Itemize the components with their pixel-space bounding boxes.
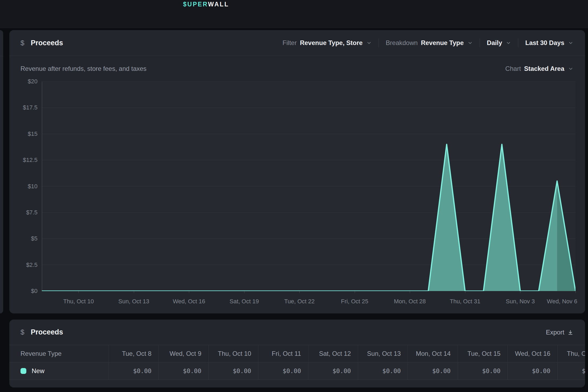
proceeds-table: Revenue TypeTue, Oct 8Wed, Oct 9Thu, Oct…: [9, 345, 585, 380]
chevron-down-icon: [506, 40, 511, 46]
x-axis-label: Sun, Oct 13: [118, 298, 149, 305]
chart-card-header: $ Proceeds Filter Revenue Type, Store Br…: [9, 30, 585, 56]
chart-canvas: [42, 81, 575, 291]
table-cell-value: $0.00: [557, 362, 585, 379]
page-title: Proceeds: [31, 39, 63, 47]
divider: [379, 38, 379, 47]
table-cell-value: $0.00: [308, 362, 358, 379]
breakdown-dropdown[interactable]: Breakdown Revenue Type: [386, 39, 473, 47]
x-axis-tick: [78, 291, 79, 293]
x-axis-label: Sat, Oct 19: [230, 298, 259, 305]
table-header-cell: Wed, Oct 16: [507, 345, 557, 362]
x-axis-tick: [244, 291, 245, 293]
chevron-down-icon: [568, 40, 573, 46]
table-cell-value: $0.00: [208, 362, 258, 379]
export-label: Export: [546, 329, 564, 336]
filter-dropdown[interactable]: Filter Revenue Type, Store: [283, 39, 372, 47]
breakdown-label: Breakdown: [386, 39, 418, 47]
table-header-cell: Sun, Oct 13: [358, 345, 408, 362]
y-axis-label: $5: [9, 235, 38, 242]
chart-type-value: Stacked Area: [524, 65, 564, 72]
table-cell-value: $0.00: [109, 362, 158, 379]
x-axis-tick: [520, 291, 520, 293]
y-axis-label: $2.5: [9, 262, 38, 268]
table-header-cell: Revenue Type: [9, 345, 109, 362]
superwall-logo[interactable]: $UPERWALL: [183, 1, 229, 8]
x-axis-label: Mon, Oct 28: [394, 298, 426, 305]
table-header-row: Revenue TypeTue, Oct 8Wed, Oct 9Thu, Oct…: [9, 345, 585, 362]
date-range-dropdown[interactable]: Last 30 Days: [525, 39, 573, 47]
table-header-cell: Mon, Oct 14: [408, 345, 457, 362]
table-cell-value: $0.00: [258, 362, 308, 379]
dollar-icon: $: [20, 328, 24, 336]
logo-teal-part: $UPER: [183, 1, 208, 8]
chevron-down-icon: [568, 66, 573, 71]
proceeds-chart-card: $ Proceeds Filter Revenue Type, Store Br…: [9, 30, 585, 313]
table-header-cell: Tue, Oct 15: [458, 345, 507, 362]
x-axis-tick: [465, 291, 465, 293]
x-axis-label: Thu, Oct 10: [63, 298, 94, 305]
y-axis-label: $7.5: [9, 209, 38, 216]
table-header-cell: Sat, Oct 12: [308, 345, 358, 362]
table-cell-value: $0.00: [408, 362, 457, 379]
download-icon: [568, 329, 573, 335]
top-bar: $UPERWALL: [0, 0, 588, 28]
filter-value: Revenue Type, Store: [300, 39, 363, 47]
table-card-title: $ Proceeds: [20, 328, 63, 336]
chevron-down-icon: [366, 40, 372, 46]
table-cell-value: $0.00: [458, 362, 507, 379]
chevron-down-icon: [467, 40, 473, 46]
table-header-cell: Tue, Oct 8: [109, 345, 158, 362]
x-axis-label: Wed, Nov 6: [547, 298, 577, 305]
revenue-type-label: New: [32, 367, 44, 375]
logo-white-part: WALL: [208, 1, 229, 8]
x-axis-label: Fri, Oct 25: [341, 298, 368, 305]
x-axis-label: Tue, Oct 22: [284, 298, 314, 305]
chart-subheader: Revenue after refunds, store fees, and t…: [9, 56, 585, 81]
y-axis-label: $10: [9, 183, 38, 190]
chart-controls: Filter Revenue Type, Store Breakdown Rev…: [283, 38, 573, 47]
breakdown-value: Revenue Type: [421, 39, 464, 47]
table-cell-value: $0.00: [507, 362, 557, 379]
x-axis-label: Thu, Oct 31: [450, 298, 480, 305]
x-axis-tick: [189, 291, 189, 293]
table-card-header: $ Proceeds Export: [9, 320, 585, 345]
divider: [480, 38, 480, 47]
x-axis-tick: [299, 291, 300, 293]
table-cell-value: $0.00: [358, 362, 408, 379]
y-axis-label: $20: [9, 78, 38, 85]
chart-type-label: Chart: [505, 65, 521, 72]
chart-type-dropdown[interactable]: Chart Stacked Area: [505, 65, 573, 72]
y-axis-label: $12.5: [9, 157, 38, 164]
date-range-value: Last 30 Days: [525, 39, 564, 47]
dollar-icon: $: [20, 39, 24, 47]
table-header-cell: Thu, Oct 17: [557, 345, 585, 362]
x-axis-tick: [575, 291, 576, 293]
table-header-cell: Wed, Oct 9: [158, 345, 208, 362]
divider: [518, 38, 518, 47]
y-axis-label: $0: [9, 288, 38, 295]
adjacent-card-edge: [0, 30, 3, 313]
chart-card-title: $ Proceeds: [20, 39, 63, 47]
filter-label: Filter: [283, 39, 297, 47]
chart-subtitle: Revenue after refunds, store fees, and t…: [20, 65, 147, 72]
x-axis-tick: [410, 291, 410, 293]
x-axis-tick: [355, 291, 355, 293]
series-color-swatch: [20, 368, 26, 374]
x-axis-label: Wed, Oct 16: [173, 298, 205, 305]
export-button[interactable]: Export: [546, 329, 573, 336]
granularity-dropdown[interactable]: Daily: [487, 39, 511, 47]
table-cell-value: $0.00: [158, 362, 208, 379]
table-title: Proceeds: [31, 328, 63, 336]
table-header-cell: Thu, Oct 10: [208, 345, 258, 362]
x-axis: Thu, Oct 10Sun, Oct 13Wed, Oct 16Sat, Oc…: [42, 291, 575, 310]
table-header-cell: Fri, Oct 11: [258, 345, 308, 362]
y-axis-label: $15: [9, 130, 38, 137]
granularity-value: Daily: [487, 39, 502, 47]
revenue-stacked-area-chart: [42, 81, 575, 291]
table-cell-revenue-type: New: [9, 362, 109, 379]
y-axis-label: $17.5: [9, 104, 38, 111]
proceeds-table-card: $ Proceeds Export Revenue TypeTue, Oct 8…: [9, 320, 585, 387]
x-axis-tick: [134, 291, 134, 293]
x-axis-label: Sun, Nov 3: [506, 298, 535, 305]
